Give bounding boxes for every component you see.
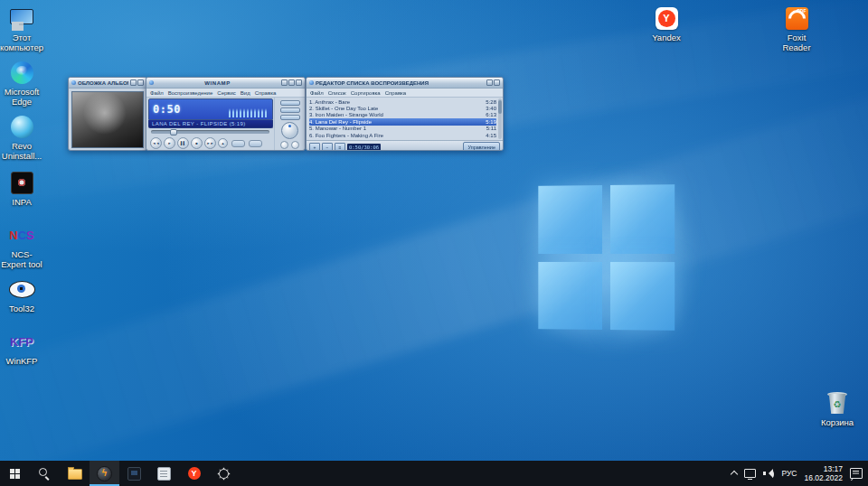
options-button[interactable] — [291, 141, 299, 149]
menu-list[interactable]: Список — [328, 90, 346, 96]
menu-service[interactable]: Сервис — [217, 90, 236, 96]
desktop-icon-edge[interactable]: Microsoft Edge — [0, 60, 43, 107]
menu-file[interactable]: Файл — [150, 90, 164, 96]
action-center-icon[interactable] — [850, 468, 863, 479]
playlist-track-current[interactable]: 4. Lana Del Rey - Flipside 5:19 — [309, 118, 496, 125]
winkfp-icon: KFP — [10, 335, 33, 349]
close-button[interactable] — [296, 79, 302, 86]
spectrum-visualizer-icon — [229, 108, 269, 117]
yandex-browser-button[interactable]: Y — [179, 461, 209, 486]
scrollbar-thumb[interactable] — [498, 100, 502, 114]
desktop-icon-this-pc[interactable]: Этот компьютер — [0, 5, 43, 52]
pinned-app-icon-1 — [127, 467, 141, 481]
playlist-menubar: Файл Список Сортировка Справка — [307, 89, 503, 98]
ncs-expert-icon: NCS — [9, 229, 33, 242]
desktop-icon-ncs-expert[interactable]: NCS NCS-Expert tool — [0, 222, 43, 269]
desktop-icon-label: Tool32 — [0, 304, 43, 313]
playlist-scrollbar[interactable] — [498, 98, 502, 139]
revo-uninstaller-icon — [11, 116, 33, 138]
time-display: 0:50 — [153, 103, 181, 116]
pinned-app-button-2[interactable] — [149, 461, 179, 486]
yandex-icon: Y — [188, 467, 201, 480]
edge-icon — [11, 61, 33, 84]
start-button[interactable] — [0, 461, 30, 486]
main-side-panel — [274, 98, 305, 151]
remove-button[interactable]: − — [322, 143, 333, 152]
desktop-icon-tool32[interactable]: Tool32 — [0, 276, 43, 313]
minimize-button[interactable] — [281, 79, 288, 86]
shade-button[interactable] — [288, 79, 295, 86]
menu-playback[interactable]: Воспроизведение — [168, 90, 213, 96]
playlist-track[interactable]: 1. Anthrax - Bare 5:28 — [309, 98, 496, 105]
playlist-track[interactable]: 5. Manowar - Number 1 5:11 — [309, 126, 496, 132]
desktop-icon-inpa[interactable]: INPA — [0, 170, 43, 207]
this-pc-icon — [10, 9, 33, 27]
folder-icon — [68, 469, 82, 480]
next-button[interactable]: ►► — [204, 137, 216, 149]
balance-button[interactable] — [280, 141, 288, 149]
repeat-toggle[interactable] — [249, 140, 262, 147]
window-controls — [130, 79, 144, 86]
search-button[interactable] — [30, 461, 60, 486]
seek-bar[interactable] — [151, 130, 269, 134]
file-explorer-button[interactable] — [60, 461, 90, 486]
album-window-titlebar[interactable]: ОБЛОЖКА АЛЬБОМА — [69, 78, 146, 89]
lcd-display: 0:50 — [148, 98, 273, 120]
volume-icon[interactable] — [763, 469, 774, 478]
playlist-button[interactable] — [280, 107, 300, 113]
winamp-icon — [149, 80, 154, 85]
stop-button[interactable]: ■ — [191, 137, 203, 149]
previous-button[interactable]: ◄◄ — [150, 137, 162, 149]
minimize-button[interactable] — [486, 79, 493, 86]
playlist-track[interactable]: 6. Foo Fighters - Making A Fire 4:15 — [309, 132, 496, 138]
desktop-icon-yandex[interactable]: Y Yandex — [645, 5, 688, 42]
winamp-album-art-window: ОБЛОЖКА АЛЬБОМА — [68, 77, 147, 151]
eject-button[interactable]: ▲ — [218, 138, 228, 148]
play-button[interactable]: ► — [164, 137, 175, 149]
window-title: РЕДАКТОР СПИСКА ВОСПРОИЗВЕДЕНИЯ — [316, 80, 485, 86]
volume-knob[interactable] — [281, 122, 298, 139]
windows-logo-pane — [538, 185, 601, 253]
playlist-time-display: 0:50/30:06 — [347, 144, 381, 151]
taskbar: ϟ Y РУС 13:17 16.02.2022 — [0, 461, 868, 486]
winamp-taskbar-button[interactable]: ϟ — [90, 461, 119, 486]
menu-sort[interactable]: Сортировка — [351, 90, 381, 96]
winamp-app: ОБЛОЖКА АЛЬБОМА WINAMP — [68, 77, 504, 151]
menu-file[interactable]: Файл — [310, 90, 324, 96]
clock[interactable]: 13:17 16.02.2022 — [804, 464, 843, 482]
playlist-track-list: 1. Anthrax - Bare 5:28 2. Skillet - One … — [307, 98, 503, 140]
windows-logo-pane — [538, 261, 601, 329]
manage-button[interactable]: Управление — [463, 142, 500, 151]
minimize-button[interactable] — [130, 79, 137, 86]
menu-help[interactable]: Справка — [385, 90, 407, 96]
playlist-titlebar[interactable]: РЕДАКТОР СПИСКА ВОСПРОИЗВЕДЕНИЯ — [307, 78, 503, 89]
playlist-track[interactable]: 2. Skillet - One Day Too Late 3:40 — [309, 105, 496, 111]
show-hidden-icons-button[interactable] — [731, 471, 738, 478]
main-window-titlebar[interactable]: WINAMP — [146, 78, 305, 89]
shuffle-toggle[interactable] — [231, 140, 245, 147]
pinned-app-button-1[interactable] — [119, 461, 149, 486]
seek-thumb[interactable] — [170, 129, 177, 136]
desktop-icon-foxit[interactable]: PDF Foxit Reader — [775, 5, 818, 52]
window-title: ОБЛОЖКА АЛЬБОМА — [78, 80, 128, 86]
desktop-icon-revo[interactable]: Revo Uninstall... — [0, 114, 43, 161]
add-button[interactable]: + — [309, 143, 320, 152]
recycle-bin-icon: ♻ — [828, 392, 846, 414]
desktop-icon-winkfp[interactable]: KFP WinKFP — [0, 329, 43, 366]
winamp-icon — [309, 80, 314, 85]
misc-button[interactable]: ≡ — [335, 143, 345, 152]
settings-button[interactable] — [209, 461, 239, 486]
eq-button[interactable] — [280, 100, 300, 106]
playlist-track[interactable]: 3. Iron Maiden - Strange World 6:13 — [309, 112, 496, 118]
close-button[interactable] — [137, 79, 144, 86]
pause-button[interactable]: ▌▌ — [177, 137, 189, 149]
transport-controls: ◄◄ ► ▌▌ ■ ►► ▲ — [146, 135, 274, 151]
browser-button[interactable] — [280, 115, 300, 120]
desktop-icon-label: Корзина — [816, 417, 859, 427]
network-icon[interactable] — [744, 469, 756, 478]
menu-help[interactable]: Справка — [255, 90, 277, 96]
menu-view[interactable]: Вид — [241, 90, 250, 96]
close-button[interactable] — [494, 79, 500, 86]
desktop-icon-recycle-bin[interactable]: ♻ Корзина — [816, 390, 859, 427]
language-indicator[interactable]: РУС — [781, 469, 797, 478]
